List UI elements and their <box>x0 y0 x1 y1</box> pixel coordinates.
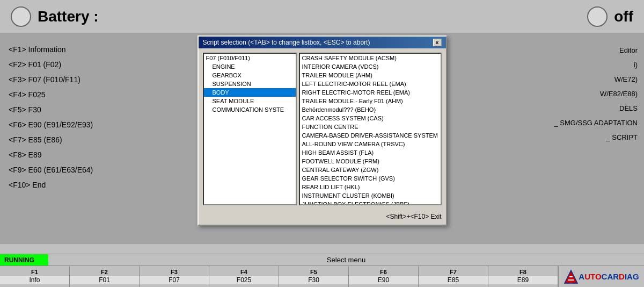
right-item-fc[interactable]: FUNCTION CENTRE <box>300 123 441 131</box>
right-item-fla[interactable]: HIGH BEAM ASSIST (FLA) <box>300 148 441 157</box>
fn-bar: F1 Info F2 F01 F3 F07 F4 F025 F5 F30 F6 … <box>0 266 644 287</box>
right-item-camera[interactable]: CAMERA-BASED DRIVER-ASSISTANCE SYSTEM <box>300 131 441 140</box>
dialog-titlebar: Script selection (<TAB> to change listbo… <box>199 37 446 48</box>
top-bar: Battery : off <box>0 0 644 33</box>
fn-key-f7: F7 <box>450 269 457 275</box>
fn-label-e89: E89 <box>488 275 558 284</box>
right-item-ema1[interactable]: LEFT ELECTRIC-MOTOR REEL (EMA) <box>300 80 441 88</box>
logo-area: AUTOCARDIAG <box>558 266 644 287</box>
dialog-content: F07 (F010/F011) ENGINE GEARBOX SUSPENSIO… <box>199 48 446 210</box>
fn-key-f4: F4 <box>240 269 247 275</box>
fn-group-f7[interactable]: F7 E85 <box>419 266 488 287</box>
fn-group-f4[interactable]: F4 F025 <box>209 266 279 287</box>
listbox-item-comm[interactable]: COMMUNICATION SYSTE <box>204 105 296 114</box>
fn-key-f6: F6 <box>380 269 387 275</box>
fn-key-f8: F8 <box>519 269 526 275</box>
listbox-item-gearbox[interactable]: GEARBOX <box>204 71 296 80</box>
right-item-jbbf[interactable]: JUNCTION BOX ELECTRONICS (JBBF) <box>300 200 441 205</box>
main-area: <F1> Information <F2> F01 (F02) <F3> F07… <box>0 33 644 244</box>
right-item-ema2[interactable]: RIGHT ELECTRIC-MOTOR REEL (EMA) <box>300 88 441 97</box>
top-left-circle-button[interactable] <box>11 6 31 27</box>
fn-label-e85: E85 <box>419 275 488 284</box>
fn-label-f07: F07 <box>140 275 209 284</box>
top-right-circle-button[interactable] <box>587 6 608 27</box>
right-item-gvs[interactable]: GEAR SELECTOR SWITCH (GVS) <box>300 174 441 183</box>
off-label: off <box>614 8 633 25</box>
right-item-kombi[interactable]: INSTRUMENT CLUSTER (KOMBI) <box>300 191 441 200</box>
top-right: off <box>587 6 633 27</box>
logo-text: AUTOCARDIAG <box>579 272 639 281</box>
listbox-item-body[interactable]: BODY <box>204 88 296 97</box>
dialog-footer: <Shift>+<F10> Exit <box>199 210 446 225</box>
dialog-title: Script selection (<TAB> to change listbo… <box>203 39 370 46</box>
listbox-item-seat[interactable]: SEAT MODULE <box>204 97 296 105</box>
fn-label-f30: F30 <box>279 275 348 284</box>
fn-group-f8[interactable]: F8 E89 <box>488 266 558 287</box>
fn-key-f5: F5 <box>310 269 317 275</box>
right-item-acsm[interactable]: CRASH SAFETY MODULE (ACSM) <box>300 54 441 62</box>
script-selection-dialog: Script selection (<TAB> to change listbo… <box>197 35 447 226</box>
dialog-close-button[interactable]: × <box>433 39 442 46</box>
top-left: Battery : <box>11 6 99 27</box>
fn-key-f1: F1 <box>31 269 38 275</box>
left-listbox[interactable]: F07 (F010/F011) ENGINE GEARBOX SUSPENSIO… <box>203 53 297 205</box>
running-indicator: RUNNING <box>0 254 48 266</box>
status-bar: RUNNING Select menu <box>0 254 644 266</box>
right-item-trsvc[interactable]: ALL-ROUND VIEW CAMERA (TRSVC) <box>300 140 441 148</box>
logo-icon <box>564 269 579 284</box>
listbox-item-engine[interactable]: ENGINE <box>204 62 296 71</box>
right-item-ahm2[interactable]: TRAILER MODULE - Early F01 (AHM) <box>300 97 441 105</box>
fn-key-f3: F3 <box>171 269 178 275</box>
right-item-cas[interactable]: CAR ACCESS SYSTEM (CAS) <box>300 114 441 123</box>
fn-key-f2: F2 <box>101 269 108 275</box>
right-item-hkl[interactable]: REAR LID LIFT (HKL) <box>300 183 441 191</box>
autocardiag-logo: AUTOCARDIAG <box>564 269 639 284</box>
fn-label-f01: F01 <box>70 275 139 284</box>
modal-overlay: Script selection (<TAB> to change listbo… <box>0 33 644 244</box>
select-menu-label: Select menu <box>48 256 644 264</box>
right-item-ahm1[interactable]: TRAILER MODULE (AHM) <box>300 71 441 80</box>
fn-label-e90: E90 <box>349 275 418 284</box>
fn-group-f3[interactable]: F3 F07 <box>140 266 209 287</box>
right-listbox[interactable]: CRASH SAFETY MODULE (ACSM) INTERIOR CAME… <box>299 53 442 205</box>
fn-group-f1[interactable]: F1 Info <box>0 266 70 287</box>
right-item-vdcs[interactable]: INTERIOR CAMERA (VDCS) <box>300 62 441 71</box>
listbox-item-suspension[interactable]: SUSPENSION <box>204 80 296 88</box>
fn-group-f2[interactable]: F2 F01 <box>70 266 140 287</box>
fn-group-f5[interactable]: F5 F30 <box>279 266 349 287</box>
fn-label-info: Info <box>0 275 69 284</box>
fn-label-f025: F025 <box>209 275 279 284</box>
battery-label: Battery : <box>38 8 99 25</box>
footer-right-label: <Shift>+<F10> Exit <box>386 213 441 220</box>
fn-group-f6[interactable]: F6 E90 <box>349 266 419 287</box>
right-item-zgw[interactable]: CENTRAL GATEWAY (ZGW) <box>300 166 441 174</box>
right-item-beho[interactable]: Behördenmodul??? (BEHO) <box>300 105 441 114</box>
listbox-item-f07[interactable]: F07 (F010/F011) <box>204 54 296 62</box>
right-item-frm[interactable]: FOOTWELL MODULE (FRM) <box>300 157 441 166</box>
